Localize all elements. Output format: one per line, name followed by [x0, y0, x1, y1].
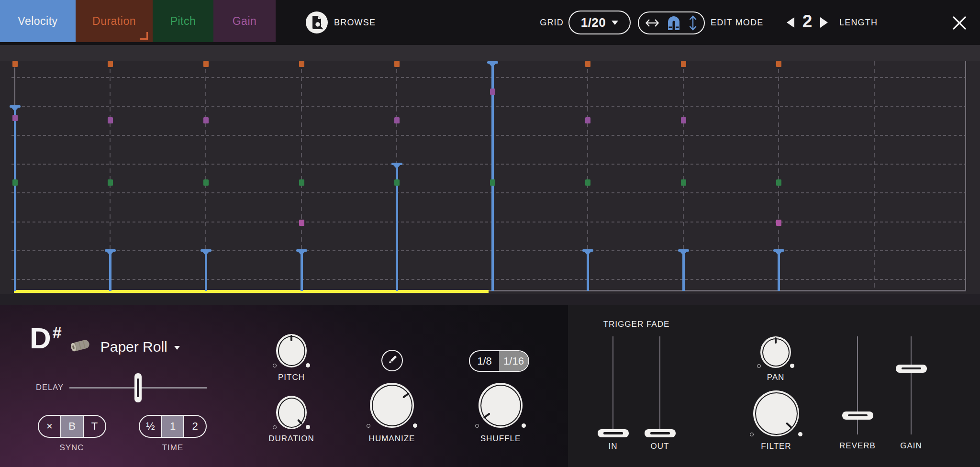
humanize-label: HUMANIZE	[369, 434, 415, 444]
rate-toggle-option[interactable]: 1/16	[499, 351, 528, 371]
pan-label: PAN	[767, 373, 785, 382]
time-toggle-option[interactable]: ½	[140, 416, 161, 437]
vertical-arrows-icon[interactable]	[688, 15, 698, 31]
lane-marker-purple[interactable]	[681, 117, 686, 123]
velocity-stem[interactable]	[778, 250, 780, 291]
lane-marker-orange[interactable]	[203, 61, 209, 67]
fade-in-handle[interactable]	[598, 429, 629, 437]
lane-marker-green[interactable]	[203, 179, 209, 186]
lane-marker-orange[interactable]	[394, 61, 400, 67]
lane-marker-orange[interactable]	[299, 61, 304, 67]
close-button[interactable]	[951, 15, 968, 31]
lane-marker-purple[interactable]	[203, 117, 209, 123]
tab-pitch[interactable]: Pitch	[153, 0, 213, 42]
pad-note: D	[30, 323, 51, 353]
pitch-knob[interactable]	[276, 334, 307, 367]
draw-tool-button[interactable]	[381, 350, 403, 371]
sync-toggle-option[interactable]: B	[60, 416, 83, 437]
velocity-stem-arrow	[11, 108, 18, 111]
lane-marker-green[interactable]	[394, 179, 400, 186]
lane-marker-orange[interactable]	[12, 61, 18, 67]
loop-length-bar[interactable]	[14, 290, 489, 293]
graph-right-edge	[965, 61, 966, 291]
velocity-stem[interactable]	[301, 250, 303, 291]
gain-slider[interactable]	[894, 336, 928, 434]
velocity-stem-arrow	[393, 165, 400, 169]
velocity-stem[interactable]	[14, 106, 16, 291]
lane-marker-pink[interactable]	[776, 220, 781, 226]
rate-toggle: 1/81/16	[469, 350, 529, 372]
horizontal-arrows-icon[interactable]	[645, 17, 660, 29]
magnet-icon[interactable]	[666, 14, 682, 32]
velocity-stem-arrow	[107, 252, 113, 256]
lane-marker-green[interactable]	[681, 179, 686, 186]
sync-toggle-option[interactable]: T	[83, 416, 105, 437]
lane-marker-orange[interactable]	[776, 61, 781, 67]
lane-marker-pink[interactable]	[299, 220, 304, 226]
velocity-stem[interactable]	[587, 250, 589, 291]
time-label: TIME	[162, 443, 184, 453]
tab-velocity[interactable]: Velocity	[0, 0, 76, 42]
tab-gain[interactable]: Gain	[213, 0, 276, 42]
lane-marker-green[interactable]	[776, 179, 781, 186]
length-increment-button[interactable]	[820, 17, 828, 28]
lane-marker-purple[interactable]	[394, 117, 400, 123]
lane-marker-green[interactable]	[12, 179, 18, 186]
gain-handle[interactable]	[896, 365, 927, 373]
time-toggle-option[interactable]: 1	[161, 416, 184, 437]
lane-marker-green[interactable]	[585, 179, 590, 186]
delay-slider-handle[interactable]	[134, 373, 142, 402]
velocity-stem-tail	[14, 67, 15, 106]
fade-out-handle[interactable]	[645, 429, 676, 437]
velocity-graph[interactable]	[0, 61, 980, 294]
velocity-stem[interactable]	[682, 250, 685, 291]
humanize-min-dot	[367, 424, 370, 428]
browse-button[interactable]: BROWSE	[306, 11, 376, 33]
velocity-stem[interactable]	[491, 63, 494, 291]
lane-marker-purple[interactable]	[490, 89, 495, 95]
lane-marker-purple[interactable]	[108, 117, 113, 123]
duration-knob[interactable]	[276, 396, 307, 429]
drum-lane-editor: VelocityDurationPitchGain BROWSE GRID 1/…	[0, 0, 980, 467]
lane-marker-purple[interactable]	[585, 117, 590, 123]
graph-bottom-strip	[0, 294, 980, 305]
lane-marker-green[interactable]	[490, 179, 495, 186]
lane-marker-green[interactable]	[299, 179, 304, 186]
lane-marker-orange[interactable]	[681, 61, 686, 67]
trigger-fade-out-slider[interactable]	[643, 336, 677, 434]
reverb-slider[interactable]	[841, 336, 874, 434]
fade-out-track	[659, 336, 661, 434]
reverb-handle[interactable]	[842, 411, 873, 420]
trigger-fade-in-slider[interactable]	[596, 336, 630, 434]
lane-marker-orange[interactable]	[108, 61, 113, 67]
tab-duration[interactable]: Duration	[76, 0, 153, 42]
velocity-stem[interactable]	[205, 250, 207, 291]
graph-v-gridline	[874, 61, 875, 291]
filter-knob[interactable]	[753, 390, 799, 436]
lane-marker-orange[interactable]	[585, 61, 590, 67]
rate-toggle-option[interactable]: 1/8	[470, 351, 499, 371]
pan-knob[interactable]	[760, 336, 791, 368]
caret-down-icon	[612, 21, 618, 25]
delay-slider[interactable]	[69, 373, 207, 402]
browse-icon	[306, 11, 328, 33]
sample-name[interactable]: Paper Roll	[100, 339, 167, 355]
sample-caret-down-icon[interactable]	[174, 346, 180, 350]
lane-marker-green[interactable]	[108, 179, 113, 186]
trigger-fade-label: TRIGGER FADE	[603, 320, 670, 329]
lane-marker-purple[interactable]	[12, 115, 18, 121]
length-decrement-button[interactable]	[787, 17, 794, 28]
duration-label: DURATION	[268, 434, 314, 444]
velocity-stem[interactable]	[109, 250, 111, 291]
graph-h-gridline	[11, 279, 966, 280]
humanize-knob-pointer	[402, 392, 410, 398]
velocity-stem-arrow	[298, 252, 305, 256]
grid-select[interactable]: 1/20	[568, 11, 631, 34]
time-toggle-option[interactable]: 2	[183, 416, 206, 437]
shuffle-label: SHUFFLE	[480, 434, 521, 444]
fade-out-label: OUT	[651, 442, 669, 451]
shuffle-knob[interactable]	[479, 383, 523, 428]
humanize-knob[interactable]	[370, 383, 414, 428]
header-bar: VelocityDurationPitchGain BROWSE GRID 1/…	[0, 0, 980, 45]
sync-toggle-option[interactable]: ×	[39, 416, 60, 437]
